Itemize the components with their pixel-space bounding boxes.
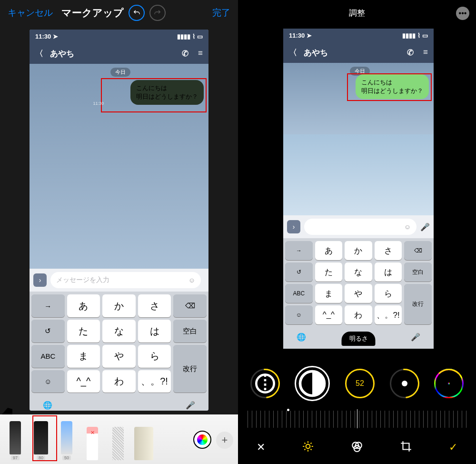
menu-icon[interactable]: ≡ xyxy=(198,49,203,58)
shadows-dial[interactable] xyxy=(390,369,419,398)
svg-point-4 xyxy=(306,444,310,449)
key-ma[interactable]: ま xyxy=(315,284,343,303)
more-button[interactable]: ••• xyxy=(456,7,469,20)
location-icon: ➤ xyxy=(53,33,58,40)
chat-name: あやち xyxy=(304,47,397,58)
done-button[interactable]: ✓ xyxy=(449,441,457,454)
key-a[interactable]: あ xyxy=(315,241,343,260)
key-space[interactable]: 空白 xyxy=(173,320,207,343)
pen-tool[interactable]: 97 xyxy=(5,418,26,460)
adjust-dials: 52 xyxy=(238,362,476,405)
key-na[interactable]: な xyxy=(102,320,136,343)
key-abc[interactable]: ABC xyxy=(31,345,65,368)
key-wa[interactable]: わ xyxy=(102,370,136,393)
wifi-icon: ⌇ xyxy=(192,33,195,40)
key-ra[interactable]: ら xyxy=(138,345,171,368)
key-arrow[interactable]: → xyxy=(31,294,65,317)
location-icon: ➤ xyxy=(307,32,312,39)
brilliance-dial[interactable] xyxy=(295,366,330,401)
date-tag: 今日 xyxy=(110,68,130,77)
key-enter[interactable]: 改行 xyxy=(404,284,432,324)
wifi-icon: ⌇ xyxy=(417,32,420,39)
key-ha[interactable]: は xyxy=(138,320,171,343)
key-ka[interactable]: か xyxy=(345,241,372,260)
key-ya[interactable]: や xyxy=(345,284,372,303)
key-sa[interactable]: さ xyxy=(138,294,171,317)
key-undo[interactable]: ↺ xyxy=(285,262,313,282)
message-input[interactable]: メッセージを入力 ☺ xyxy=(50,272,201,288)
key-punct[interactable]: 、。?! xyxy=(375,305,402,324)
call-icon[interactable]: ✆ xyxy=(182,49,188,59)
chat-navbar: 〈 あやち ✆ ≡ xyxy=(283,42,434,63)
key-emoji[interactable]: ☺ xyxy=(31,370,65,393)
key-ya[interactable]: や xyxy=(102,345,136,368)
ruler-tool[interactable] xyxy=(133,418,154,460)
color-picker[interactable] xyxy=(193,431,211,449)
emoji-icon[interactable]: ☺ xyxy=(188,276,195,284)
brightness-label: 明るさ xyxy=(342,332,376,346)
mic-icon[interactable]: 🎤 xyxy=(411,333,420,342)
exposure-dial[interactable] xyxy=(250,369,280,398)
chat-area: 今日 こんにちは 明日はどうしますか？ xyxy=(283,63,434,134)
key-backspace[interactable]: ⌫ xyxy=(404,241,432,260)
key-space[interactable]: 空白 xyxy=(404,262,432,282)
screen-title: 調整 xyxy=(349,8,365,19)
key-abc[interactable]: ABC xyxy=(285,284,313,303)
input-bar: › メッセージを入力 ☺ xyxy=(30,269,208,292)
input-bar: › ☺ 🎤 xyxy=(283,215,434,238)
crop-tab[interactable] xyxy=(400,440,412,454)
key-enter[interactable]: 改行 xyxy=(173,345,207,393)
key-ka[interactable]: か xyxy=(102,294,136,317)
highlight-box xyxy=(101,78,207,112)
mic-icon[interactable]: 🎤 xyxy=(186,401,195,410)
key-ha[interactable]: は xyxy=(375,262,402,282)
globe-icon[interactable]: 🌐 xyxy=(297,333,306,342)
pencil-tool[interactable]: 50 xyxy=(56,418,77,460)
key-emoji[interactable]: ☺ xyxy=(285,305,313,324)
mic-icon[interactable]: 🎤 xyxy=(420,222,430,232)
key-a[interactable]: あ xyxy=(67,294,100,317)
add-button[interactable]: + xyxy=(216,432,233,449)
key-punct[interactable]: 、。?! xyxy=(138,370,171,393)
redo-button[interactable] xyxy=(149,5,166,21)
key-wa[interactable]: わ xyxy=(345,305,372,324)
signal-icon: ▮▮▮▮ xyxy=(402,32,416,39)
globe-icon[interactable]: 🌐 xyxy=(43,401,52,410)
saturation-dial[interactable] xyxy=(434,369,464,398)
key-face[interactable]: ^_^ xyxy=(67,370,100,393)
pen-size: 97 xyxy=(11,455,20,460)
signal-icon: ▮▮▮▮ xyxy=(177,33,190,40)
selected-tool-highlight xyxy=(32,415,57,461)
expand-button[interactable]: › xyxy=(287,220,300,233)
key-undo[interactable]: ↺ xyxy=(31,320,65,343)
filters-tab[interactable] xyxy=(351,440,363,454)
cancel-button[interactable]: ✕ xyxy=(257,441,265,454)
key-ta[interactable]: た xyxy=(67,320,100,343)
menu-icon[interactable]: ≡ xyxy=(423,48,428,57)
done-button[interactable]: 完了 xyxy=(212,7,230,19)
lasso-tool[interactable] xyxy=(108,418,129,460)
eraser-tool[interactable]: ✕ xyxy=(82,418,103,460)
key-ra[interactable]: ら xyxy=(375,284,402,303)
slider-ticks[interactable] xyxy=(248,411,466,428)
key-face[interactable]: ^_^ xyxy=(315,305,343,324)
screenshot-preview: 11:30 ➤ ▮▮▮▮ ⌇ ▭ 〈 あやち ✆ ≡ 今日 こんにちは 明日はど… xyxy=(30,30,208,411)
key-ta[interactable]: た xyxy=(315,262,343,282)
message-input[interactable]: ☺ xyxy=(304,219,416,235)
key-arrow[interactable]: → xyxy=(285,241,313,260)
undo-button[interactable] xyxy=(129,5,145,21)
back-icon[interactable]: 〈 xyxy=(35,48,43,59)
adjust-tab[interactable] xyxy=(302,440,314,454)
cancel-button[interactable]: キャンセル xyxy=(8,7,53,19)
emoji-icon[interactable]: ☺ xyxy=(404,223,411,231)
highlights-dial[interactable]: 52 xyxy=(345,369,375,398)
call-icon[interactable]: ✆ xyxy=(407,48,414,58)
key-sa[interactable]: さ xyxy=(375,241,402,260)
status-bar: 11:30 ➤ ▮▮▮▮ ⌇ ▭ xyxy=(30,30,208,43)
key-na[interactable]: な xyxy=(345,262,372,282)
back-icon[interactable]: 〈 xyxy=(289,47,297,58)
key-backspace[interactable]: ⌫ xyxy=(173,294,207,317)
svg-point-2 xyxy=(256,374,274,392)
expand-button[interactable]: › xyxy=(33,273,47,287)
key-ma[interactable]: ま xyxy=(67,345,100,368)
